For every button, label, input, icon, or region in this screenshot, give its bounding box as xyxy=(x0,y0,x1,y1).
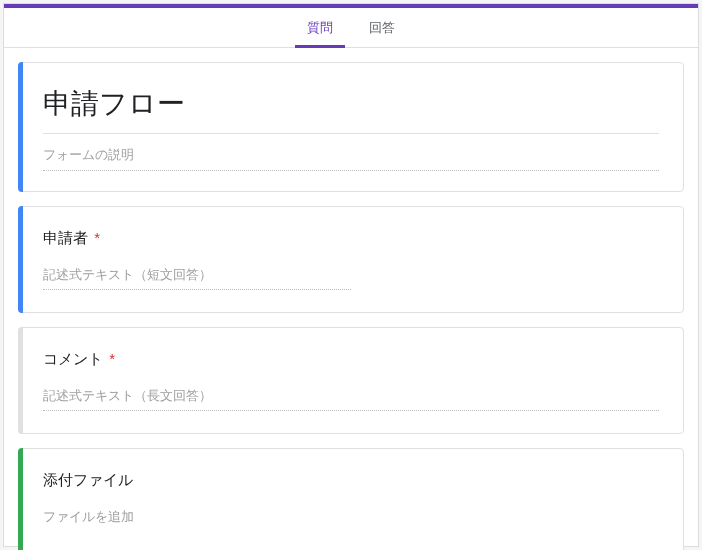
tabs-bar: 質問 回答 xyxy=(4,8,698,48)
question-card-comment[interactable]: コメント * 記述式テキスト（長文回答） xyxy=(18,327,684,434)
card-accent xyxy=(18,327,23,434)
card-accent xyxy=(18,206,23,313)
file-add-label[interactable]: ファイルを追加 xyxy=(43,508,659,526)
question-title[interactable]: 添付ファイル xyxy=(43,471,659,490)
question-card-attachment[interactable]: 添付ファイル ファイルを追加 xyxy=(18,448,684,550)
question-title[interactable]: 申請者 * xyxy=(43,229,659,248)
question-card-applicant[interactable]: 申請者 * 記述式テキスト（短文回答） xyxy=(18,206,684,313)
form-description-input[interactable]: フォームの説明 xyxy=(43,146,659,171)
long-answer-placeholder: 記述式テキスト（長文回答） xyxy=(43,387,659,411)
required-mark: * xyxy=(109,350,115,367)
form-editor-window: 質問 回答 申請フロー フォームの説明 申請者 * 記述式テキスト（短文回答） … xyxy=(3,3,699,547)
question-title[interactable]: コメント * xyxy=(43,350,659,369)
tab-questions[interactable]: 質問 xyxy=(289,8,351,48)
card-accent xyxy=(18,62,23,192)
question-title-text: 申請者 xyxy=(43,229,88,246)
form-header-card[interactable]: 申請フロー フォームの説明 xyxy=(18,62,684,192)
tab-responses[interactable]: 回答 xyxy=(351,8,413,48)
form-content: 申請フロー フォームの説明 申請者 * 記述式テキスト（短文回答） コメント *… xyxy=(4,48,698,550)
form-title-input[interactable]: 申請フロー xyxy=(43,85,659,134)
required-mark: * xyxy=(94,229,100,246)
question-title-text: コメント xyxy=(43,350,103,367)
card-accent xyxy=(18,448,23,550)
question-title-text: 添付ファイル xyxy=(43,471,133,488)
short-answer-placeholder: 記述式テキスト（短文回答） xyxy=(43,266,351,290)
